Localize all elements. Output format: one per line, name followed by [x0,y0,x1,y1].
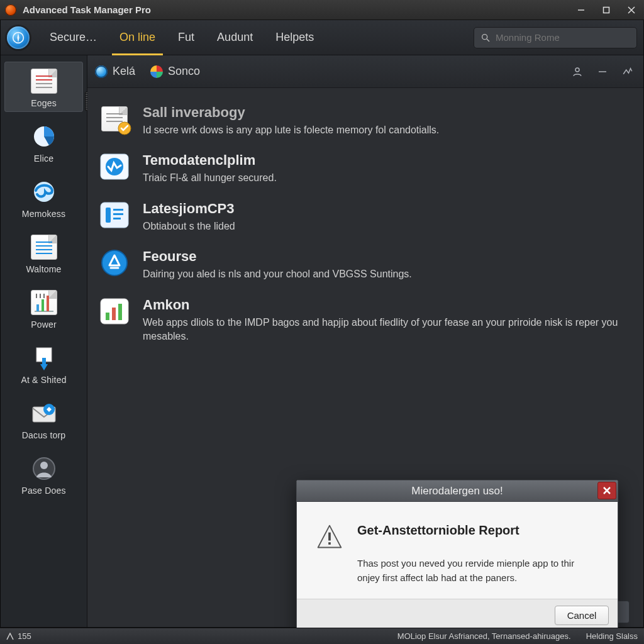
menu-secure-label: Secure… [50,31,97,44]
sidebar-item-label: Waltome [26,264,61,274]
menu-fut-label: Fut [178,31,194,44]
activity-icon[interactable] [619,64,636,80]
dot-blue-icon [95,65,108,78]
entry-desc: Id secre wrk dows is any app lute is fol… [143,123,439,137]
menubar: Secure… On line Fut Audunt Helpets [1,20,643,55]
sidebar-item-atshited[interactable]: At & Shited [4,338,83,389]
list-tile-icon [97,201,131,230]
entry-title: Temodatenclplim [143,152,277,169]
svg-rect-19 [106,208,111,223]
sidebar-item-label: Pase Does [21,486,65,496]
dot-multi-icon [150,65,163,78]
svg-rect-21 [113,213,123,215]
sidebar-item-label: Power [31,319,57,330]
mail-shield-icon [30,399,58,428]
doc-badge-icon [97,104,131,133]
subtab-label: Kelá [113,65,135,78]
dialog-title: Mierodalergen uso! [411,485,503,497]
menu-audunt[interactable]: Audunt [206,20,264,55]
svg-rect-5 [36,304,39,311]
svg-point-13 [40,462,48,469]
appstore-icon [97,248,131,277]
sidebar-item-waltome[interactable]: Waltome [4,228,83,278]
sidebar-item-label: At & Shited [21,375,66,385]
svg-point-2 [482,34,487,39]
app-chrome: Secure… On line Fut Audunt Helpets Eoges… [0,20,644,628]
svg-rect-7 [47,296,49,311]
sidebar-item-elice[interactable]: Elice [4,117,83,167]
entry-desc: Obtiabout s the lided [143,219,235,233]
subtab-sonco[interactable]: Sonco [150,65,200,78]
minimize-button[interactable] [569,0,594,19]
sidebar-item-memokess[interactable]: Memokess [4,172,83,223]
sidebar-item-label: Memokess [22,209,65,219]
svg-rect-29 [328,533,331,541]
sidebar: Eoges Elice Memokess Waltome [1,55,87,627]
svg-rect-0 [604,7,609,13]
svg-rect-20 [113,209,123,211]
report-file-icon [30,67,58,96]
cancel-button[interactable]: Cancel [555,606,609,625]
dialog-heading: Get-Anstettornioble Report [357,523,596,538]
entry-desc: Triaic Fl-& all hunger secured. [143,171,277,185]
minimize-pane-icon[interactable] [594,64,611,80]
person-circle-icon [30,454,58,483]
svg-rect-6 [42,299,44,311]
sidebar-item-pasedoes[interactable]: Pase Does [4,449,83,499]
search-box[interactable] [474,27,637,48]
dialog-titlebar: Mierodalergen uso! [297,480,618,502]
close-button[interactable] [619,0,644,19]
compass-icon [7,26,30,49]
bars-tile-icon [97,297,131,326]
subtab-label: Sonco [168,65,200,78]
warning-icon [316,523,343,551]
search-input[interactable] [496,32,630,43]
entry-item[interactable]: Temodatenclplim Triaic Fl-& all hunger s… [97,152,628,185]
svg-rect-26 [106,313,109,320]
menu-fut[interactable]: Fut [167,20,206,55]
svg-rect-28 [118,304,122,320]
menu-secure[interactable]: Secure… [38,20,108,55]
pie-chart-icon [30,122,58,151]
status-left: 155 [6,631,31,641]
menu-helpets-label: Helpets [275,31,314,44]
sidebar-item-label: Elice [34,153,53,164]
status-left-value: 155 [18,631,31,641]
report-dialog: Mierodalergen uso! Get-Anstettornioble R… [296,480,618,632]
status-middle: MOLiop Elsur Asfrianced, Ternansed-ahiru… [397,631,571,641]
menu-audunt-label: Audunt [217,31,253,44]
entry-item[interactable]: Sall inverabogy Id secre wrk dows is any… [97,104,628,137]
entry-desc: Dairing you aled is nls and your chool a… [143,267,412,281]
app-icon [5,4,16,16]
activity-tile-icon [97,152,131,181]
dialog-text: Thas post you neved you rervide mienple … [357,557,596,585]
titlebar: Advanced Task Manager Pro [0,0,644,20]
sidebar-item-eoges[interactable]: Eoges [4,62,83,112]
entry-item[interactable]: Feourse Dairing you aled is nls and your… [97,248,628,281]
entry-desc: Web apps dliols to the IMDP bagos and ha… [143,316,628,344]
svg-rect-30 [328,542,331,545]
cancel-button-label: Cancel [567,610,597,621]
sidebar-item-power[interactable]: Power [4,283,83,333]
subtab-bar: Kelá Sonco [87,55,643,88]
entry-item[interactable]: LatesjiomCP3 Obtiabout s the lided [97,201,628,233]
dialog-close-button[interactable] [597,482,616,499]
window-title: Advanced Task Manager Pro [23,4,569,15]
subtab-kela[interactable]: Kelá [95,65,135,78]
svg-rect-22 [113,218,121,219]
entry-title: Amkon [143,297,628,313]
lines-file-icon [30,233,58,262]
sidebar-item-label: Dacus torp [22,430,66,440]
menu-helpets[interactable]: Helpets [264,20,325,55]
entry-title: LatesjiomCP3 [143,201,235,217]
user-icon[interactable] [569,64,586,80]
menu-online[interactable]: On line [108,20,167,55]
dialog-footer: Cancel [297,599,618,631]
entry-title: Feourse [143,248,412,265]
marker-icon [6,633,14,640]
entry-item[interactable]: Amkon Web apps dliols to the IMDP bagos … [97,297,628,344]
maximize-button[interactable] [594,0,619,19]
sidebar-item-label: Eoges [31,98,57,108]
menu-online-label: On line [119,31,155,44]
sidebar-item-dacustorp[interactable]: Dacus torp [4,394,83,444]
